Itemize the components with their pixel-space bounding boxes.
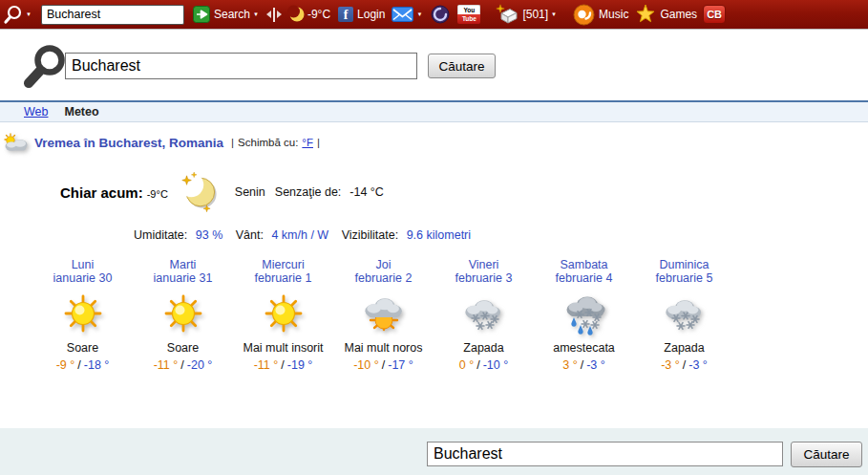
high-temp: -3 ° bbox=[661, 358, 680, 372]
forecast-day-column: Joi februarie 2 Mai mult noros -10 °/-17… bbox=[333, 258, 434, 372]
bottom-search-button[interactable]: Căutare bbox=[791, 442, 862, 467]
moon-stars-icon bbox=[178, 172, 218, 212]
star-icon bbox=[635, 4, 656, 25]
splitter-bar bbox=[273, 8, 275, 22]
location-input[interactable] bbox=[47, 8, 201, 21]
low-temp: -20 ° bbox=[187, 358, 213, 372]
facebook-icon: f bbox=[338, 7, 353, 22]
forecast-date: februarie 5 bbox=[634, 271, 734, 285]
current-conditions: Chiar acum: -9°C Senin Senzaţie de: -14 … bbox=[60, 172, 384, 212]
toolbar-mail-button[interactable]: ▼ bbox=[392, 7, 422, 22]
magnifier-icon bbox=[2, 4, 23, 25]
search-button[interactable]: Căutare bbox=[428, 54, 496, 78]
low-temp: -3 ° bbox=[586, 358, 605, 372]
tab-web[interactable]: Web bbox=[24, 105, 48, 119]
forecast-day-column: Sambata februarie 4 amestecata 3 °/-3 ° bbox=[534, 258, 634, 372]
high-temp: -11 ° bbox=[154, 358, 179, 372]
location-combobox[interactable]: ▼ bbox=[41, 5, 184, 25]
forecast-day-name: Joi bbox=[333, 258, 434, 271]
low-temp: -18 ° bbox=[84, 358, 110, 372]
toolbar-facebook-login-button[interactable]: f Login bbox=[330, 7, 385, 22]
temp-separator: / bbox=[683, 358, 686, 372]
toolbar-search-button[interactable]: Search ▼ bbox=[193, 6, 259, 23]
high-temp: 3 ° bbox=[562, 358, 577, 372]
weather-header: Vremea în Bucharest, Romania | Schimbă c… bbox=[3, 133, 320, 152]
weather-title-link[interactable]: Vremea în Bucharest, Romania bbox=[34, 136, 223, 150]
sunny-icon bbox=[133, 294, 233, 335]
forecast-day-name: Sambata bbox=[534, 258, 634, 271]
forecast-condition: Zapada bbox=[634, 341, 734, 356]
forecast-day-column: Duminica februarie 5 Zapada -3 °/-3 ° bbox=[634, 258, 734, 372]
result-tabs-bar: Web Meteo bbox=[0, 100, 868, 122]
bottom-search-bar: Căutare bbox=[0, 428, 868, 475]
temp-separator: / bbox=[77, 358, 80, 372]
forecast-temps: 3 °/-3 ° bbox=[534, 358, 634, 372]
sunny-icon bbox=[233, 294, 333, 335]
chevron-down-icon: ▼ bbox=[416, 11, 422, 17]
forecast-temps: -9 °/-18 ° bbox=[32, 358, 133, 372]
temp-separator: / bbox=[281, 358, 284, 372]
forecast-day-column: Marti ianuarie 31 Soare -11 °/-20 ° bbox=[133, 258, 233, 372]
music-label: Music bbox=[599, 8, 628, 21]
humidity-label: Umiditate: bbox=[134, 228, 187, 242]
forecast-condition: Zapada bbox=[434, 341, 534, 356]
browser-toolbar: ▼ ▼ Search ▼ -9°C f bbox=[0, 0, 868, 30]
forecast-condition: Mai mult noros bbox=[333, 341, 434, 356]
now-label: Chiar acum: bbox=[60, 184, 143, 201]
high-temp: -9 ° bbox=[56, 358, 75, 372]
toolbar-music-button[interactable]: Music bbox=[573, 4, 628, 26]
main-search-area: Căutare bbox=[0, 31, 868, 99]
high-temp: 0 ° bbox=[459, 358, 474, 372]
tab-meteo[interactable]: Meteo bbox=[64, 105, 98, 119]
splitter-right-arrow-icon bbox=[277, 11, 282, 18]
swirl-icon bbox=[431, 5, 450, 24]
visibility-label: Vizibilitate: bbox=[342, 228, 399, 242]
snow-icon bbox=[434, 294, 534, 335]
current-condition: Senin bbox=[235, 185, 265, 199]
weather-details: Umiditate: 93 % Vânt: 4 km/h / W Vizibil… bbox=[134, 228, 476, 242]
toolbar-cb-logo-button[interactable]: CB bbox=[703, 5, 726, 24]
wind-label: Vânt: bbox=[236, 228, 264, 242]
low-temp: -17 ° bbox=[388, 358, 413, 372]
forecast-date: ianuarie 30 bbox=[32, 271, 133, 285]
toolbar-search-menu-button[interactable]: ▼ bbox=[2, 4, 32, 25]
change-unit-label: Schimbă cu: bbox=[238, 137, 298, 148]
temp-separator: / bbox=[382, 358, 385, 372]
moon-icon bbox=[287, 5, 305, 24]
forecast-day-name: Marti bbox=[133, 258, 233, 271]
snow-icon bbox=[634, 294, 734, 335]
toolbar-games-button[interactable]: Games bbox=[635, 4, 697, 25]
rain-snow-icon bbox=[534, 294, 634, 335]
fahrenheit-link[interactable]: °F bbox=[302, 137, 313, 148]
magnifier-icon bbox=[21, 44, 69, 90]
search-input[interactable] bbox=[65, 53, 417, 79]
login-label: Login bbox=[357, 8, 385, 21]
low-temp: -19 ° bbox=[287, 358, 313, 372]
forecast-day-column: Vineri februarie 3 Zapada 0 °/-10 ° bbox=[434, 258, 534, 372]
forecast-row: Luni ianuarie 30 Soare -9 °/-18 ° Marti … bbox=[32, 258, 734, 372]
forecast-temps: -10 °/-17 ° bbox=[333, 358, 434, 372]
low-temp: -3 ° bbox=[688, 358, 708, 372]
search-go-icon bbox=[193, 6, 210, 23]
separator: | bbox=[231, 137, 234, 148]
weather-search-page: ▼ ▼ Search ▼ -9°C f bbox=[0, 0, 868, 475]
games-label: Games bbox=[660, 8, 697, 21]
wind-value: 4 km/h / W bbox=[271, 228, 328, 242]
toolbar-swirl-button[interactable] bbox=[431, 5, 450, 24]
forecast-condition: Mai mult insorit bbox=[233, 341, 333, 356]
humidity-value: 93 % bbox=[196, 228, 223, 242]
toolbar-notes-button[interactable]: [501] ▼ bbox=[495, 4, 557, 25]
toolbar-weather-button[interactable]: -9°C bbox=[287, 5, 330, 24]
visibility-value: 9.6 kilometri bbox=[407, 228, 471, 242]
partly-cloudy-icon bbox=[3, 133, 30, 152]
mail-icon bbox=[392, 7, 413, 22]
bottom-search-input[interactable] bbox=[427, 442, 783, 466]
forecast-day-name: Miercuri bbox=[233, 258, 333, 271]
feels-like-value: -14 °C bbox=[349, 185, 384, 199]
chevron-down-icon: ▼ bbox=[26, 11, 32, 17]
toolbar-youtube-button[interactable]: You Tube bbox=[457, 5, 480, 24]
toolbar-splitter[interactable] bbox=[266, 8, 282, 22]
forecast-temps: -3 °/-3 ° bbox=[634, 358, 734, 372]
forecast-date: februarie 4 bbox=[534, 271, 634, 285]
low-temp: -10 ° bbox=[483, 358, 509, 372]
